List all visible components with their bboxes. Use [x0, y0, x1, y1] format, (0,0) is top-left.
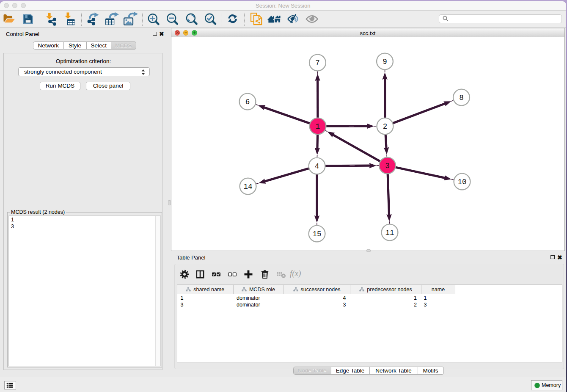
- svg-text:8: 8: [459, 93, 464, 102]
- svg-text:1: 1: [316, 122, 320, 130]
- svg-text:14: 14: [243, 182, 252, 190]
- svg-text:10: 10: [457, 177, 466, 186]
- svg-text:9: 9: [383, 57, 387, 66]
- svg-text:2: 2: [383, 122, 388, 130]
- svg-text:11: 11: [385, 228, 394, 237]
- svg-text:4: 4: [315, 162, 319, 170]
- svg-text:3: 3: [385, 161, 390, 170]
- svg-text:7: 7: [315, 58, 320, 67]
- svg-text:15: 15: [312, 229, 321, 238]
- svg-text:6: 6: [245, 97, 250, 106]
